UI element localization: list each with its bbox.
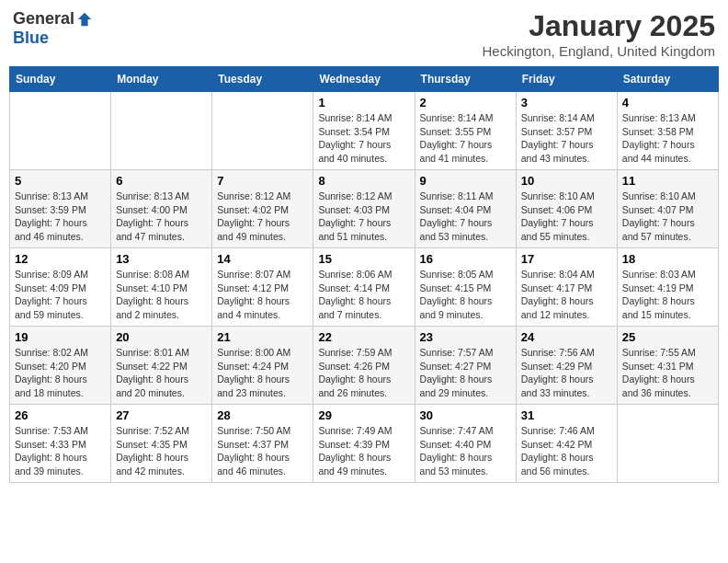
day-info: Sunrise: 7:59 AM Sunset: 4:26 PM Dayligh… xyxy=(318,346,409,400)
day-info: Sunrise: 7:46 AM Sunset: 4:42 PM Dayligh… xyxy=(521,424,612,478)
day-number: 28 xyxy=(217,408,308,422)
day-number: 5 xyxy=(15,174,106,188)
day-info: Sunrise: 8:08 AM Sunset: 4:10 PM Dayligh… xyxy=(116,268,207,322)
weekday-header-sunday: Sunday xyxy=(10,67,111,92)
day-info: Sunrise: 8:00 AM Sunset: 4:24 PM Dayligh… xyxy=(217,346,308,400)
calendar-cell: 1Sunrise: 8:14 AM Sunset: 3:54 PM Daylig… xyxy=(313,92,415,170)
svg-marker-0 xyxy=(78,12,91,25)
day-number: 8 xyxy=(318,174,409,188)
day-info: Sunrise: 8:13 AM Sunset: 3:58 PM Dayligh… xyxy=(622,111,713,166)
day-number: 2 xyxy=(420,96,511,109)
day-info: Sunrise: 8:13 AM Sunset: 3:59 PM Dayligh… xyxy=(15,190,106,244)
day-number: 15 xyxy=(318,252,409,266)
calendar-cell: 9Sunrise: 8:11 AM Sunset: 4:04 PM Daylig… xyxy=(415,170,516,248)
day-info: Sunrise: 8:14 AM Sunset: 3:54 PM Dayligh… xyxy=(318,111,409,166)
calendar-week-row: 19Sunrise: 8:02 AM Sunset: 4:20 PM Dayli… xyxy=(10,327,719,405)
day-number: 29 xyxy=(318,408,409,422)
weekday-header-tuesday: Tuesday xyxy=(212,67,313,92)
day-info: Sunrise: 8:10 AM Sunset: 4:07 PM Dayligh… xyxy=(622,190,713,244)
calendar-cell: 27Sunrise: 7:52 AM Sunset: 4:35 PM Dayli… xyxy=(111,405,212,483)
day-number: 21 xyxy=(217,330,308,344)
weekday-header-friday: Friday xyxy=(516,67,617,92)
day-number: 30 xyxy=(420,408,511,422)
day-info: Sunrise: 8:03 AM Sunset: 4:19 PM Dayligh… xyxy=(622,268,713,322)
calendar-cell: 13Sunrise: 8:08 AM Sunset: 4:10 PM Dayli… xyxy=(111,248,212,327)
calendar-cell: 8Sunrise: 8:12 AM Sunset: 4:03 PM Daylig… xyxy=(313,170,415,248)
logo-general-text: General xyxy=(13,9,74,29)
weekday-header-saturday: Saturday xyxy=(617,67,718,92)
calendar-cell: 4Sunrise: 8:13 AM Sunset: 3:58 PM Daylig… xyxy=(617,92,718,170)
day-info: Sunrise: 7:50 AM Sunset: 4:37 PM Dayligh… xyxy=(217,424,308,478)
day-number: 11 xyxy=(622,174,713,188)
calendar-cell: 5Sunrise: 8:13 AM Sunset: 3:59 PM Daylig… xyxy=(10,170,111,248)
day-number: 17 xyxy=(521,252,612,266)
weekday-header-wednesday: Wednesday xyxy=(313,67,415,92)
day-number: 27 xyxy=(116,408,207,422)
calendar-table: SundayMondayTuesdayWednesdayThursdayFrid… xyxy=(9,66,719,483)
day-info: Sunrise: 7:55 AM Sunset: 4:31 PM Dayligh… xyxy=(622,346,713,400)
calendar-week-row: 5Sunrise: 8:13 AM Sunset: 3:59 PM Daylig… xyxy=(10,170,719,248)
day-info: Sunrise: 7:53 AM Sunset: 4:33 PM Dayligh… xyxy=(15,424,106,478)
day-info: Sunrise: 8:04 AM Sunset: 4:17 PM Dayligh… xyxy=(521,268,612,322)
calendar-cell: 15Sunrise: 8:06 AM Sunset: 4:14 PM Dayli… xyxy=(313,248,415,327)
calendar-cell: 23Sunrise: 7:57 AM Sunset: 4:27 PM Dayli… xyxy=(415,327,516,405)
day-info: Sunrise: 8:01 AM Sunset: 4:22 PM Dayligh… xyxy=(116,346,207,400)
day-info: Sunrise: 8:12 AM Sunset: 4:03 PM Dayligh… xyxy=(318,190,409,244)
calendar-cell: 17Sunrise: 8:04 AM Sunset: 4:17 PM Dayli… xyxy=(516,248,617,327)
day-number: 16 xyxy=(420,252,511,266)
calendar-cell: 10Sunrise: 8:10 AM Sunset: 4:06 PM Dayli… xyxy=(516,170,617,248)
calendar-cell: 18Sunrise: 8:03 AM Sunset: 4:19 PM Dayli… xyxy=(617,248,718,327)
day-info: Sunrise: 8:07 AM Sunset: 4:12 PM Dayligh… xyxy=(217,268,308,322)
day-number: 23 xyxy=(420,330,511,344)
calendar-cell: 25Sunrise: 7:55 AM Sunset: 4:31 PM Dayli… xyxy=(617,327,718,405)
day-number: 4 xyxy=(622,96,713,109)
calendar-week-row: 12Sunrise: 8:09 AM Sunset: 4:09 PM Dayli… xyxy=(10,248,719,327)
day-info: Sunrise: 8:12 AM Sunset: 4:02 PM Dayligh… xyxy=(217,190,308,244)
calendar-cell: 31Sunrise: 7:46 AM Sunset: 4:42 PM Dayli… xyxy=(516,405,617,483)
calendar-cell: 20Sunrise: 8:01 AM Sunset: 4:22 PM Dayli… xyxy=(111,327,212,405)
day-number: 13 xyxy=(116,252,207,266)
day-number: 14 xyxy=(217,252,308,266)
calendar-cell: 14Sunrise: 8:07 AM Sunset: 4:12 PM Dayli… xyxy=(212,248,313,327)
day-number: 31 xyxy=(521,408,612,422)
weekday-header-monday: Monday xyxy=(111,67,212,92)
calendar-cell: 28Sunrise: 7:50 AM Sunset: 4:37 PM Dayli… xyxy=(212,405,313,483)
title-block: January 2025 Heckington, England, United… xyxy=(483,9,716,59)
page-header: General Blue January 2025 Heckington, En… xyxy=(9,9,719,59)
day-info: Sunrise: 8:14 AM Sunset: 3:57 PM Dayligh… xyxy=(521,111,612,166)
day-number: 19 xyxy=(15,330,106,344)
calendar-cell: 11Sunrise: 8:10 AM Sunset: 4:07 PM Dayli… xyxy=(617,170,718,248)
calendar-cell: 24Sunrise: 7:56 AM Sunset: 4:29 PM Dayli… xyxy=(516,327,617,405)
day-number: 24 xyxy=(521,330,612,344)
day-info: Sunrise: 8:06 AM Sunset: 4:14 PM Dayligh… xyxy=(318,268,409,322)
day-number: 9 xyxy=(420,174,511,188)
day-info: Sunrise: 8:02 AM Sunset: 4:20 PM Dayligh… xyxy=(15,346,106,400)
calendar-cell: 7Sunrise: 8:12 AM Sunset: 4:02 PM Daylig… xyxy=(212,170,313,248)
day-number: 3 xyxy=(521,96,612,109)
month-title: January 2025 xyxy=(483,9,716,43)
calendar-cell: 6Sunrise: 8:13 AM Sunset: 4:00 PM Daylig… xyxy=(111,170,212,248)
day-info: Sunrise: 7:56 AM Sunset: 4:29 PM Dayligh… xyxy=(521,346,612,400)
calendar-cell xyxy=(617,405,718,483)
day-number: 22 xyxy=(318,330,409,344)
logo-icon xyxy=(76,11,93,28)
day-info: Sunrise: 7:52 AM Sunset: 4:35 PM Dayligh… xyxy=(116,424,207,478)
calendar-cell xyxy=(10,92,111,170)
day-number: 26 xyxy=(15,408,106,422)
weekday-header-row: SundayMondayTuesdayWednesdayThursdayFrid… xyxy=(10,67,719,92)
calendar-cell xyxy=(111,92,212,170)
day-number: 7 xyxy=(217,174,308,188)
day-number: 10 xyxy=(521,174,612,188)
calendar-cell: 3Sunrise: 8:14 AM Sunset: 3:57 PM Daylig… xyxy=(516,92,617,170)
day-info: Sunrise: 8:09 AM Sunset: 4:09 PM Dayligh… xyxy=(15,268,106,322)
logo-blue-text: Blue xyxy=(13,29,49,48)
day-info: Sunrise: 8:05 AM Sunset: 4:15 PM Dayligh… xyxy=(420,268,511,322)
calendar-week-row: 26Sunrise: 7:53 AM Sunset: 4:33 PM Dayli… xyxy=(10,405,719,483)
calendar-cell: 29Sunrise: 7:49 AM Sunset: 4:39 PM Dayli… xyxy=(313,405,415,483)
day-number: 20 xyxy=(116,330,207,344)
calendar-cell: 19Sunrise: 8:02 AM Sunset: 4:20 PM Dayli… xyxy=(10,327,111,405)
calendar-cell: 26Sunrise: 7:53 AM Sunset: 4:33 PM Dayli… xyxy=(10,405,111,483)
day-number: 25 xyxy=(622,330,713,344)
day-info: Sunrise: 8:14 AM Sunset: 3:55 PM Dayligh… xyxy=(420,111,511,166)
calendar-cell: 2Sunrise: 8:14 AM Sunset: 3:55 PM Daylig… xyxy=(415,92,516,170)
